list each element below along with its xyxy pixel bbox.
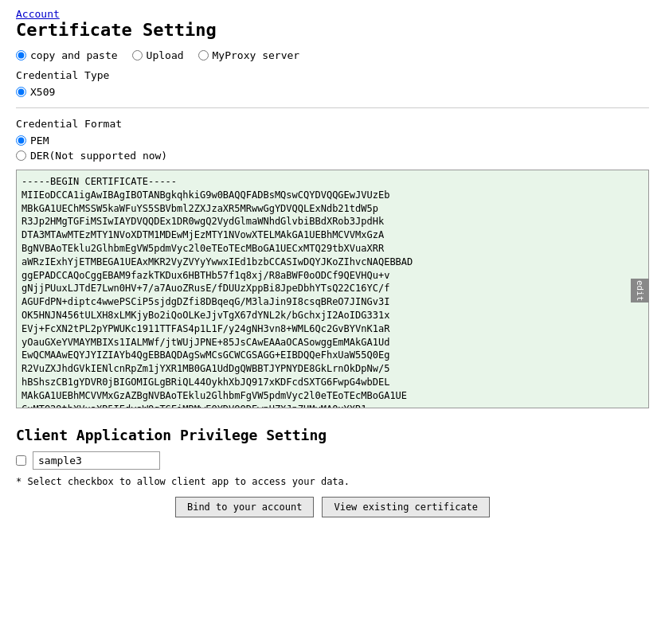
input-method-group: copy and paste Upload MyProxy server: [16, 49, 649, 61]
upload-label: Upload: [147, 49, 184, 61]
pem-label: PEM: [30, 135, 49, 146]
account-link[interactable]: Account: [16, 8, 60, 20]
app-row: [16, 451, 649, 470]
breadcrumb: Account: [16, 8, 649, 20]
copy-paste-label: copy and paste: [30, 49, 118, 61]
credential-type-label: Credential Type: [16, 69, 649, 81]
privilege-title: Client Application Privilege Setting: [16, 427, 649, 443]
action-buttons: Bind to your account View existing certi…: [16, 497, 649, 517]
credential-format-label: Credential Format: [16, 118, 649, 130]
radio-der[interactable]: DER(Not supported now): [16, 150, 649, 162]
radio-copy-paste[interactable]: copy and paste: [16, 49, 118, 61]
view-cert-button[interactable]: View existing certificate: [322, 497, 490, 517]
radio-upload[interactable]: Upload: [132, 49, 184, 61]
der-label: DER(Not supported now): [30, 150, 167, 162]
myproxy-label: MyProxy server: [213, 49, 300, 61]
radio-myproxy[interactable]: MyProxy server: [198, 49, 300, 61]
hint-text: * Select checkbox to allow client app to…: [16, 476, 649, 487]
credential-type-group: X509: [16, 86, 649, 98]
certificate-container: edit: [16, 170, 649, 411]
radio-x509[interactable]: X509: [16, 86, 649, 98]
credential-format-group: PEM DER(Not supported now): [16, 135, 649, 162]
edit-button[interactable]: edit: [631, 279, 649, 302]
app-checkbox[interactable]: [16, 455, 26, 466]
app-name-input[interactable]: [33, 451, 160, 470]
page-title: Certificate Setting: [16, 20, 649, 40]
radio-pem[interactable]: PEM: [16, 135, 649, 146]
privilege-section: Client Application Privilege Setting * S…: [16, 427, 649, 517]
certificate-textarea[interactable]: [16, 170, 649, 408]
divider: [16, 107, 649, 108]
x509-label: X509: [30, 86, 55, 98]
bind-button[interactable]: Bind to your account: [175, 497, 315, 517]
